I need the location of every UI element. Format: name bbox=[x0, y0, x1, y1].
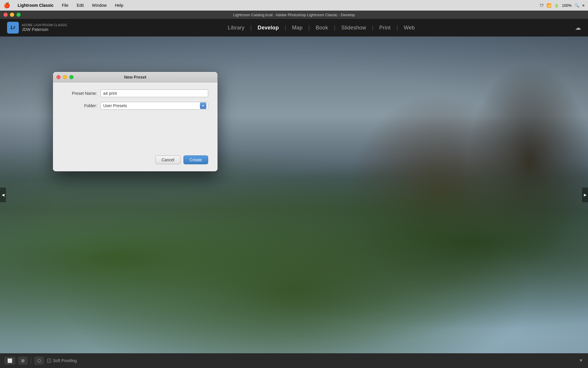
wifi-icon: 📶 bbox=[547, 3, 551, 8]
modal-overlay: New Preset Preset Name: Folder: User Pre… bbox=[0, 37, 588, 353]
nav-library[interactable]: Library bbox=[222, 19, 250, 37]
nav-slideshow[interactable]: Slideshow bbox=[335, 19, 372, 37]
filter-button[interactable]: ⬡ bbox=[35, 357, 44, 364]
view-grid-button[interactable]: ⊞ bbox=[19, 357, 27, 364]
soft-proofing-area: Soft Proofing bbox=[47, 358, 77, 363]
app-logo-area: Lr Adobe Lightroom Classic JDW Paterson bbox=[7, 22, 67, 34]
background-image: ◀ ▶ New Preset Preset Name: bbox=[0, 37, 588, 353]
menubar-right: 🛡 📶 🔋 100% 🔍 ≡ bbox=[540, 3, 584, 8]
view-single-button[interactable]: ⬜ bbox=[5, 357, 15, 364]
preset-name-label: Preset Name: bbox=[62, 91, 101, 96]
control-center-icon[interactable]: ≡ bbox=[582, 3, 584, 8]
window-controls bbox=[4, 13, 21, 17]
preset-name-input[interactable] bbox=[101, 89, 208, 97]
dialog-maximize-button[interactable] bbox=[69, 75, 74, 79]
nav-develop[interactable]: Develop bbox=[252, 19, 285, 37]
menubar-item-window[interactable]: Window bbox=[90, 2, 108, 8]
new-preset-dialog: New Preset Preset Name: Folder: User Pre… bbox=[53, 72, 218, 171]
battery-icon: 🔋 bbox=[554, 3, 559, 8]
window-minimize-button[interactable] bbox=[10, 13, 14, 17]
create-button[interactable]: Create bbox=[183, 155, 208, 164]
window-maximize-button[interactable] bbox=[16, 13, 21, 17]
menubar-item-edit[interactable]: Edit bbox=[75, 2, 86, 8]
window-close-button[interactable] bbox=[4, 13, 8, 17]
toolbar-separator-1 bbox=[31, 357, 31, 364]
app-name-bottom: JDW Paterson bbox=[22, 27, 67, 32]
cloud-sync-icon[interactable]: ☁ bbox=[575, 24, 581, 31]
menubar-item-help[interactable]: Help bbox=[113, 2, 125, 8]
app-logo: Lr bbox=[7, 22, 19, 34]
main-nav: Library | Develop | Map | Book | Slidesh… bbox=[222, 19, 421, 37]
dialog-spacer bbox=[62, 114, 208, 150]
window-chrome: Lightroom Catalog.lrcat · Adobe Photosho… bbox=[0, 11, 588, 19]
nav-book[interactable]: Book bbox=[310, 19, 334, 37]
window-title: Lightroom Catalog.lrcat · Adobe Photosho… bbox=[233, 13, 355, 17]
app-logo-text: Adobe Lightroom Classic JDW Paterson bbox=[22, 24, 67, 32]
dialog-minimize-button[interactable] bbox=[63, 75, 67, 79]
dialog-titlebar: New Preset bbox=[53, 72, 218, 82]
menubar: 🍎 Lightroom Classic File Edit Window Hel… bbox=[0, 0, 588, 11]
folder-row: Folder: User Presets New Folder... ▼ bbox=[62, 102, 208, 110]
app-header: Lr Adobe Lightroom Classic JDW Paterson … bbox=[0, 19, 588, 37]
folder-label: Folder: bbox=[62, 103, 101, 108]
toolbar-expand-icon[interactable]: ▼ bbox=[579, 358, 583, 363]
dialog-close-button[interactable] bbox=[56, 75, 61, 79]
app-name-top: Adobe Lightroom Classic bbox=[22, 24, 67, 27]
nav-web[interactable]: Web bbox=[398, 19, 421, 37]
bottom-toolbar: ⬜ ⊞ ⬡ Soft Proofing ▼ bbox=[0, 353, 588, 368]
folder-select[interactable]: User Presets New Folder... bbox=[101, 102, 208, 110]
soft-proofing-checkbox[interactable] bbox=[47, 359, 51, 363]
dialog-controls bbox=[56, 75, 74, 79]
apple-menu[interactable]: 🍎 bbox=[4, 2, 10, 9]
dialog-title: New Preset bbox=[124, 75, 146, 79]
cancel-button[interactable]: Cancel bbox=[155, 155, 181, 164]
menubar-item-file[interactable]: File bbox=[60, 2, 70, 8]
battery-percent: 100% bbox=[562, 3, 572, 8]
nav-print[interactable]: Print bbox=[373, 19, 397, 37]
shield-icon: 🛡 bbox=[540, 3, 544, 8]
soft-proofing-label: Soft Proofing bbox=[53, 358, 77, 363]
dialog-footer: Cancel Create bbox=[53, 155, 218, 171]
preset-name-row: Preset Name: bbox=[62, 89, 208, 97]
nav-map[interactable]: Map bbox=[286, 19, 308, 37]
dialog-body: Preset Name: Folder: User Presets New Fo… bbox=[53, 82, 218, 155]
menubar-item-lightroom[interactable]: Lightroom Classic bbox=[16, 2, 55, 8]
folder-select-wrapper: User Presets New Folder... ▼ bbox=[101, 102, 208, 110]
search-icon[interactable]: 🔍 bbox=[574, 3, 579, 8]
